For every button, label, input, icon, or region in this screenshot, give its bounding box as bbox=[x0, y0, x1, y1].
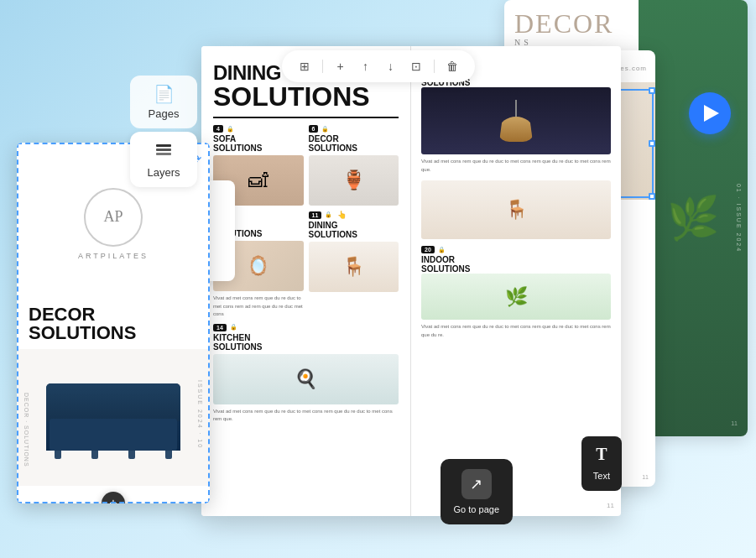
section-4-lock-icon: 🔒 bbox=[227, 126, 234, 133]
pages-label: Pages bbox=[149, 107, 180, 120]
goto-icon[interactable]: ↗ bbox=[461, 469, 492, 499]
sofa-legs bbox=[55, 451, 172, 459]
text-tool-label: Text bbox=[593, 471, 610, 481]
fc-title-solutions: SOLUTIONS bbox=[29, 322, 136, 343]
light-image bbox=[421, 87, 611, 154]
kitchen-text: Vivat ad met cons rem que du re duc to m… bbox=[213, 408, 399, 424]
sofa-leg-3 bbox=[128, 451, 135, 459]
section-num-4: 4 🔒 bbox=[213, 125, 304, 133]
pendant-light bbox=[495, 100, 537, 142]
video-play-button[interactable] bbox=[689, 92, 731, 134]
light-text: Vivat ad met cons rem que du re duc to m… bbox=[421, 158, 611, 174]
sidebar-item-pages[interactable]: 📄 Pages bbox=[130, 76, 197, 128]
fc-add-button[interactable]: + bbox=[102, 492, 125, 503]
kitchen-icon: 🍳 bbox=[295, 368, 317, 390]
section-20-lock-icon: 🔒 bbox=[438, 247, 446, 253]
sofa-icon: 🛋 bbox=[248, 169, 269, 192]
toolbar-divider bbox=[322, 60, 323, 73]
rug-icon: 🪞 bbox=[247, 255, 269, 277]
dining-right-icon: 🪑 bbox=[505, 199, 528, 221]
toolbar-duplicate-icon[interactable]: ⊞ bbox=[295, 57, 314, 76]
toolbar-divider-2 bbox=[434, 60, 435, 73]
fc-vertical-text: DECOR · SOLUTIONS bbox=[23, 393, 29, 467]
fc-sofa-area bbox=[17, 349, 210, 486]
plant-decoration: 🌿 bbox=[667, 194, 719, 242]
fc-logo-letters: AP bbox=[103, 208, 123, 226]
indoor-image: 🌿 bbox=[421, 274, 611, 320]
fc-title-line1: DECOR SOLUTIONS bbox=[29, 305, 198, 342]
kitchen-image: 🍳 bbox=[213, 354, 399, 404]
book-separator bbox=[213, 117, 399, 118]
indoor-icon: 🌿 bbox=[505, 286, 528, 308]
indoor-text: Vivat ad met cons rem que du re duc to m… bbox=[421, 323, 611, 339]
section-4-title: SOFASOLUTIONS bbox=[213, 134, 304, 153]
panel-main-book: DINING SOLUTIONS 4 🔒 SOFASOLUTIONS 🛋 6 🔒 bbox=[201, 46, 621, 516]
decor-image: 🏺 bbox=[309, 155, 399, 206]
light-cord bbox=[515, 100, 517, 117]
sofa-leg-2 bbox=[91, 451, 98, 459]
svg-rect-0 bbox=[156, 144, 171, 147]
goto-tooltip: ↗ Go to page bbox=[441, 459, 513, 524]
section-11-title: DININGSOLUTIONS bbox=[309, 221, 399, 239]
back-cover-page-number: 11 bbox=[731, 420, 738, 426]
section-num-14: 14 🔒 bbox=[213, 324, 399, 331]
toolbar-up-icon[interactable]: ↑ bbox=[357, 57, 375, 76]
fc-issue-text: ISSUE 2024 · 10 bbox=[197, 380, 203, 449]
sofa-3d bbox=[46, 383, 180, 451]
fc-title-area: DECOR SOLUTIONS bbox=[17, 305, 210, 349]
left-sidebar: 📄 Pages Layers bbox=[130, 76, 197, 187]
section-num-20: 20 🔒 bbox=[421, 246, 611, 253]
light-shade bbox=[499, 117, 533, 142]
text-tooltip: T Text bbox=[581, 436, 622, 491]
section-num-11: 11 🔒 👆 bbox=[309, 211, 399, 219]
right-page-number: 11 bbox=[607, 502, 614, 509]
section-num-6: 6 🔒 bbox=[309, 125, 399, 133]
dining-image: 🪑 bbox=[309, 242, 399, 292]
section-11-cursor: 👆 bbox=[337, 211, 347, 219]
sofa-seat bbox=[50, 419, 177, 451]
decor-icon: 🏺 bbox=[342, 169, 365, 191]
toolbar-add-icon[interactable]: + bbox=[331, 57, 350, 76]
back-cover-issue-text: 01 · ISSUE 2024 bbox=[735, 184, 741, 253]
play-triangle-icon bbox=[704, 105, 719, 122]
svg-rect-1 bbox=[156, 149, 171, 151]
sofa-back bbox=[46, 383, 180, 421]
toolbar-down-icon[interactable]: ↓ bbox=[382, 57, 400, 76]
toolbar-crop-icon[interactable]: ⊡ bbox=[407, 57, 425, 76]
svg-rect-2 bbox=[156, 153, 171, 155]
goto-label: Go to page bbox=[454, 504, 499, 514]
section-6-lock-icon: 🔒 bbox=[321, 126, 329, 133]
panel-front-cover: front cover ⟳ AP ARTPILATES DECOR SOLUTI… bbox=[17, 143, 210, 503]
pages-icon: 📄 bbox=[154, 84, 175, 104]
toolbar: ⊞ + ↑ ↓ ⊡ 🗑 bbox=[282, 50, 475, 82]
layers-icon bbox=[154, 140, 173, 163]
rug-text: Vivat ad met cons rem que du re duc to m… bbox=[213, 295, 304, 319]
layers-label: Layers bbox=[147, 166, 180, 179]
book-subtitle: SOLUTIONS bbox=[213, 83, 399, 110]
indoor-solutions-section: 20 🔒 INDOORSOLUTIONS 🌿 Vivat ad met cons… bbox=[421, 246, 611, 339]
sofa-leg-4 bbox=[165, 451, 172, 459]
section-6-title: DECORSOLUTIONS bbox=[309, 134, 399, 153]
dining-solutions-right: 🪑 bbox=[421, 180, 611, 239]
back-cover-logo: DECORNS bbox=[514, 10, 628, 47]
goto-arrow-icon: ↗ bbox=[470, 475, 482, 493]
technical-page-number: 11 bbox=[642, 474, 649, 480]
fc-brand-name: ARTPILATES bbox=[78, 252, 149, 260]
sidebar-item-layers[interactable]: Layers bbox=[130, 132, 197, 187]
toolbar-delete-icon[interactable]: 🗑 bbox=[443, 57, 461, 76]
text-tool-icon: T bbox=[593, 445, 610, 464]
section-14-lock-icon: 🔒 bbox=[230, 324, 237, 331]
section-20-title: INDOORSOLUTIONS bbox=[421, 255, 611, 274]
dining-right-image: 🪑 bbox=[421, 180, 611, 239]
section-11-lock-icon: 🔒 bbox=[325, 211, 332, 218]
book-left-page: DINING SOLUTIONS 4 🔒 SOFASOLUTIONS 🛋 6 🔒 bbox=[201, 46, 411, 516]
dining-icon: 🪑 bbox=[342, 256, 365, 278]
section-14-title: KITCHENSOLUTIONS bbox=[213, 333, 399, 352]
fc-logo-ring: AP bbox=[84, 188, 143, 247]
sofa-leg-1 bbox=[55, 451, 61, 459]
